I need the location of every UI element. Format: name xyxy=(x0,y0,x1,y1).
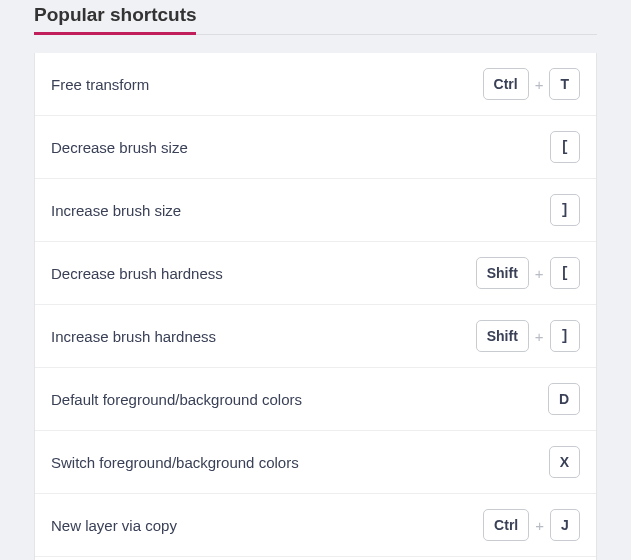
section-title: Popular shortcuts xyxy=(34,0,197,34)
shortcut-label: Default foreground/background colors xyxy=(51,391,302,408)
shortcut-row: Decrease brush hardnessShift+[ xyxy=(35,241,596,304)
key-badge: ] xyxy=(550,194,580,226)
key-badge: [ xyxy=(550,257,580,289)
shortcut-keys: ] xyxy=(550,194,580,226)
key-badge: X xyxy=(549,446,580,478)
plus-separator: + xyxy=(534,328,545,345)
shortcut-list: Free transformCtrl+TDecrease brush size[… xyxy=(34,53,597,560)
shortcut-row: Decrease brush size[ xyxy=(35,115,596,178)
shortcut-label: Free transform xyxy=(51,76,149,93)
shortcut-row: New layer via cutCtrl+Shift+J xyxy=(35,556,596,560)
shortcut-label: Increase brush hardness xyxy=(51,328,216,345)
plus-separator: + xyxy=(534,76,545,93)
shortcut-row: Free transformCtrl+T xyxy=(35,53,596,115)
shortcut-row: Default foreground/background colorsD xyxy=(35,367,596,430)
shortcut-keys: D xyxy=(548,383,580,415)
shortcut-label: New layer via copy xyxy=(51,517,177,534)
shortcut-keys: Ctrl+T xyxy=(483,68,580,100)
shortcut-label: Increase brush size xyxy=(51,202,181,219)
title-underline xyxy=(34,32,196,35)
shortcut-label: Decrease brush hardness xyxy=(51,265,223,282)
shortcut-row: Increase brush hardnessShift+] xyxy=(35,304,596,367)
section-header: Popular shortcuts xyxy=(34,0,597,35)
key-badge: Ctrl xyxy=(483,509,529,541)
shortcut-row: Increase brush size] xyxy=(35,178,596,241)
key-badge: Ctrl xyxy=(483,68,529,100)
key-badge: ] xyxy=(550,320,580,352)
shortcut-keys: Shift+] xyxy=(476,320,580,352)
plus-separator: + xyxy=(534,265,545,282)
key-badge: J xyxy=(550,509,580,541)
shortcut-label: Decrease brush size xyxy=(51,139,188,156)
key-badge: Shift xyxy=(476,320,529,352)
shortcut-keys: Ctrl+J xyxy=(483,509,580,541)
shortcut-row: Switch foreground/background colorsX xyxy=(35,430,596,493)
shortcut-label: Switch foreground/background colors xyxy=(51,454,299,471)
plus-separator: + xyxy=(534,517,545,534)
key-badge: Shift xyxy=(476,257,529,289)
key-badge: D xyxy=(548,383,580,415)
shortcut-keys: Shift+[ xyxy=(476,257,580,289)
shortcut-keys: X xyxy=(549,446,580,478)
key-badge: T xyxy=(549,68,580,100)
shortcut-row: New layer via copyCtrl+J xyxy=(35,493,596,556)
key-badge: [ xyxy=(550,131,580,163)
shortcut-keys: [ xyxy=(550,131,580,163)
